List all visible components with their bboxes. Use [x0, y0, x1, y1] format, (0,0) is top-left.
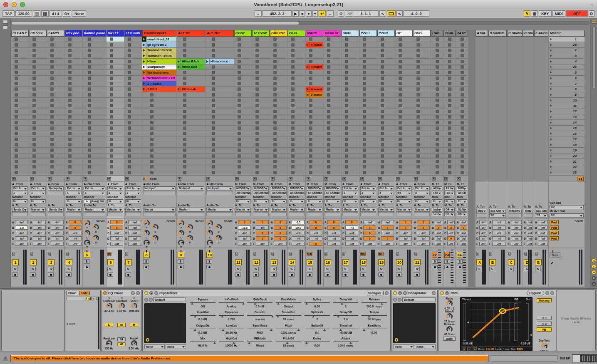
clip-slot[interactable]: 1 OP-1: [142, 87, 176, 92]
clip-slot[interactable]: [177, 42, 205, 47]
io-select[interactable]: In: [30, 199, 46, 203]
clip-slot[interactable]: [206, 103, 234, 109]
clip-slot[interactable]: [252, 109, 270, 114]
send-amount[interactable]: -inf: [345, 242, 358, 246]
clip-slot[interactable]: [47, 37, 64, 42]
clip-slot[interactable]: [377, 114, 395, 120]
clip-slot[interactable]: [456, 76, 468, 81]
pan-box[interactable]: C: [476, 252, 479, 256]
clip-slot[interactable]: [11, 170, 29, 176]
clip-slot[interactable]: [306, 126, 323, 131]
track-activator[interactable]: 19: [378, 259, 385, 265]
show-mixer-toggle[interactable]: M: [592, 270, 596, 275]
clip-slot[interactable]: [234, 98, 252, 103]
clip-slot[interactable]: [65, 120, 82, 125]
clip-slot[interactable]: [234, 81, 252, 87]
clip-slot[interactable]: [234, 159, 252, 164]
cue-out-select[interactable]: 1/2: [550, 205, 584, 209]
clip-slot[interactable]: [234, 131, 252, 136]
clip-slot[interactable]: [288, 87, 305, 92]
clip-slot[interactable]: [65, 142, 82, 148]
clip-slot[interactable]: [456, 164, 468, 170]
clip-play-icon[interactable]: [177, 64, 181, 69]
solo-button[interactable]: S: [508, 267, 514, 271]
hot-swap-icon[interactable]: [131, 291, 135, 295]
device-on-icon[interactable]: [103, 291, 107, 295]
send-knob-D[interactable]: D: [93, 235, 99, 244]
clip-play-icon[interactable]: [306, 42, 310, 47]
io-select[interactable]: In: [432, 199, 442, 203]
clip-slot[interactable]: [29, 59, 47, 64]
track-header[interactable]: OP: [395, 30, 413, 37]
send-amount[interactable]: -inf: [69, 242, 82, 246]
scene[interactable]: 19: [549, 148, 585, 153]
clip-slot[interactable]: [431, 170, 443, 176]
send-amount[interactable]: -inf: [345, 231, 358, 235]
send-amount[interactable]: -inf: [511, 225, 522, 230]
curve-mode-icon[interactable]: ⌐: [467, 347, 471, 351]
clip-slot[interactable]: [342, 70, 359, 75]
clip-slot[interactable]: [395, 159, 413, 164]
param-slider[interactable]: [333, 340, 359, 342]
clip-slot[interactable]: [377, 148, 395, 153]
scrollbar-thumb[interactable]: [12, 22, 299, 25]
clip-slot[interactable]: [413, 109, 431, 114]
send-amount[interactable]: -2.5: [292, 220, 305, 224]
metronome-button[interactable]: O●: [63, 10, 71, 17]
solo-button[interactable]: S: [457, 259, 463, 264]
plugin-panel[interactable]: [393, 303, 436, 343]
clip-slot[interactable]: We found vers: [142, 70, 176, 75]
clip-slot[interactable]: [124, 48, 142, 53]
clip-slot[interactable]: [11, 64, 29, 70]
clip-slot[interactable]: [395, 154, 413, 159]
send-amount[interactable]: -inf: [33, 225, 46, 230]
clip-slot[interactable]: [413, 131, 431, 136]
send-knob-D[interactable]: D: [216, 235, 222, 244]
clip-slot[interactable]: [270, 48, 287, 53]
clip-slot[interactable]: [29, 142, 47, 148]
io-select[interactable]: 1: [12, 191, 28, 195]
send-amount[interactable]: -inf: [527, 220, 533, 224]
pan-box[interactable]: C: [414, 252, 417, 256]
send-amount[interactable]: -inf: [238, 242, 251, 246]
clip-slot[interactable]: [142, 142, 176, 148]
clip-slot[interactable]: [288, 120, 305, 125]
clip-slot[interactable]: [288, 148, 305, 153]
clip-slot[interactable]: [270, 126, 287, 131]
clip-slot[interactable]: [431, 114, 443, 120]
clip-slot[interactable]: [29, 42, 47, 47]
send-amount[interactable]: 0: [69, 220, 82, 224]
clip-slot[interactable]: [288, 131, 305, 136]
send-amount[interactable]: -inf: [435, 242, 442, 246]
clip-slot[interactable]: [124, 70, 142, 75]
param-value[interactable]: 2: [333, 305, 359, 308]
clip-slot[interactable]: [431, 98, 443, 103]
clip-slot[interactable]: [206, 92, 234, 98]
clip-slot[interactable]: [456, 103, 468, 109]
clip-slot[interactable]: [47, 159, 64, 164]
solo-button[interactable]: S: [12, 267, 18, 271]
clip-slot[interactable]: [431, 164, 443, 170]
clip-slot[interactable]: [107, 170, 124, 176]
clip-slot[interactable]: [107, 53, 124, 59]
param-value[interactable]: 6.0: [305, 331, 330, 334]
clip-play-icon[interactable]: [177, 87, 181, 92]
scene-play-icon[interactable]: [550, 71, 552, 74]
clip-slot[interactable]: [270, 120, 287, 125]
clip-slot[interactable]: [456, 120, 468, 125]
solo-button[interactable]: S: [107, 267, 113, 271]
track-activator[interactable]: 6: [107, 259, 114, 265]
clip-slot[interactable]: [395, 53, 413, 59]
clip-slot[interactable]: [413, 81, 431, 87]
send-amount[interactable]: -39.0: [292, 225, 305, 230]
clip-stop-button[interactable]: [289, 177, 292, 181]
clip-slot[interactable]: [288, 170, 305, 176]
solo-button[interactable]: S: [489, 267, 495, 271]
clip-slot[interactable]: [443, 53, 456, 59]
clip-play-icon[interactable]: [206, 59, 210, 64]
clip-slot[interactable]: [234, 142, 252, 148]
clip-slot[interactable]: [124, 142, 142, 148]
pan-box[interactable]: C: [125, 252, 128, 256]
scene[interactable]: 22: [549, 164, 585, 170]
clip-slot[interactable]: [124, 136, 142, 142]
